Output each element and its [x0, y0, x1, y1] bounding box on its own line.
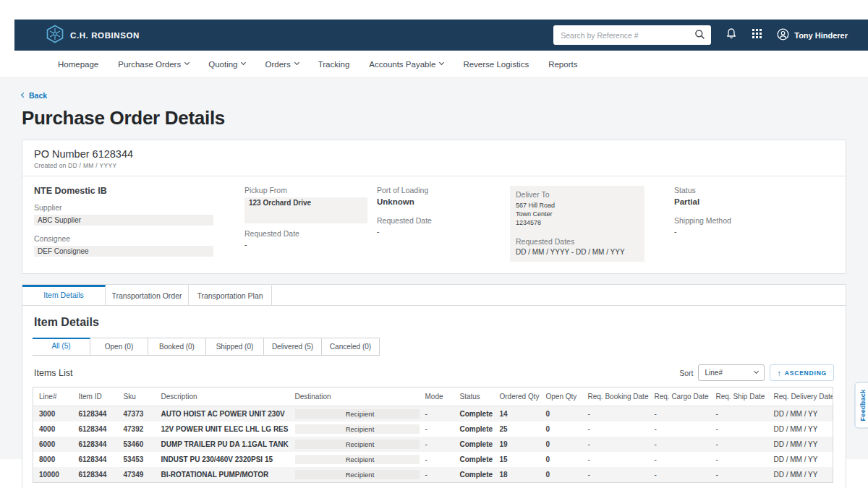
- search-icon[interactable]: [694, 29, 705, 43]
- shipping-method-value: -: [674, 228, 834, 236]
- cell-req-delivery-date: DD / MM / YY: [768, 452, 833, 467]
- po-parties-column: NTE Domestic IB Supplier ABC Supplier Co…: [34, 186, 244, 262]
- column-header[interactable]: Description: [156, 388, 289, 406]
- cell-req-cargo-date: -: [649, 437, 710, 452]
- status-filter-label: All (5): [51, 342, 70, 350]
- page-title: Purchase Order Details: [22, 107, 846, 129]
- column-header[interactable]: Line#: [33, 388, 73, 406]
- status-filter-label: Open (0): [105, 343, 133, 351]
- tab[interactable]: Transportation Plan: [189, 285, 272, 305]
- brand-name: C.H. ROBINSON: [70, 31, 140, 40]
- deliver-to-label: Deliver To: [516, 190, 639, 199]
- back-label: Back: [29, 91, 47, 100]
- app-grid-icon[interactable]: [752, 28, 762, 42]
- column-header[interactable]: Req. Cargo Date: [649, 388, 710, 406]
- status-filter-tab[interactable]: Canceled (0): [322, 338, 380, 356]
- search-input[interactable]: [553, 25, 711, 45]
- cell-sku: 53453: [118, 452, 156, 467]
- cell-destination: Recipient: [289, 406, 420, 422]
- menu-item[interactable]: Tracking: [318, 60, 350, 69]
- status-label: Status: [674, 186, 834, 194]
- pickup-from-label: Pickup From: [244, 186, 377, 194]
- feedback-tab[interactable]: Feedback: [855, 382, 868, 429]
- tab[interactable]: Item Details: [22, 285, 106, 305]
- requested-dates-value: DD / MM / YYYY - DD / MM / YYY: [516, 248, 639, 256]
- cell-sku: 47349: [118, 467, 156, 483]
- menu-item-label: Accounts Payable: [369, 60, 435, 69]
- port-of-loading-value: Unknown: [377, 197, 510, 206]
- column-header[interactable]: Req. Ship Date: [710, 388, 768, 406]
- column-header[interactable]: Mode: [420, 388, 454, 406]
- menu-item[interactable]: Reports: [548, 60, 577, 69]
- status-filter-tab[interactable]: All (5): [33, 338, 90, 356]
- chr-hexagon-logo-icon: [46, 25, 64, 46]
- menu-item[interactable]: Orders: [265, 60, 298, 69]
- cell-ordered-qty: 14: [494, 406, 540, 422]
- column-header[interactable]: Open Qty: [540, 388, 582, 406]
- brand-logo[interactable]: C.H. ROBINSON: [46, 25, 140, 46]
- cell-status: Complete: [454, 467, 494, 483]
- menu-item[interactable]: Quoting: [208, 60, 245, 69]
- tab[interactable]: Transportation Order: [106, 285, 189, 305]
- port-of-loading-column: Port of Loading Unknown Requested Date -: [377, 186, 510, 262]
- cell-description: AUTO HOIST AC POWER UNIT 230V: [156, 406, 289, 422]
- menu-item[interactable]: Purchase Orders: [118, 60, 189, 69]
- cell-item-id: 6128344: [73, 437, 118, 452]
- cell-req-booking-date: -: [582, 421, 649, 437]
- column-header[interactable]: Status: [454, 388, 494, 406]
- status-badge: Partial: [674, 197, 834, 206]
- notifications-bell-icon[interactable]: [726, 27, 737, 43]
- po-summary-card: PO Number 6128344 Created on DD / MM / Y…: [22, 140, 846, 274]
- menu-item-label: Orders: [265, 60, 290, 69]
- status-filter-tab[interactable]: Delivered (5): [264, 338, 322, 356]
- cell-req-delivery-date: DD / MM / YY: [768, 421, 833, 437]
- cell-description: INDUST PU 230/460V 2320PSI 15: [156, 452, 289, 467]
- table-row[interactable]: 6000 6128344 53460 DUMP TRAILER PU DA 1.…: [33, 437, 833, 452]
- consignee-value: DEF Consignee: [34, 246, 213, 257]
- cell-sku: 47392: [118, 421, 156, 437]
- sort-direction-button[interactable]: ↑ ASCENDING: [770, 364, 834, 381]
- user-name: Tony Hinderer: [794, 31, 848, 40]
- cell-req-cargo-date: -: [649, 452, 710, 467]
- cell-line: 3000: [33, 406, 73, 422]
- column-header[interactable]: Req. Delivery Date: [768, 388, 833, 406]
- deliver-to-column: Deliver To 567 Hill Road Town Center 123…: [510, 186, 658, 262]
- status-filter-tab[interactable]: Open (0): [90, 338, 148, 356]
- arrow-up-icon: ↑: [777, 369, 781, 377]
- cell-req-delivery-date: DD / MM / YY: [768, 437, 833, 452]
- cell-status: Complete: [454, 421, 494, 437]
- cell-open-qty: 0: [540, 452, 582, 467]
- cell-mode: -: [420, 406, 454, 422]
- cell-description: 12V POWER UNIT ELEC LHL LG RES: [156, 421, 289, 437]
- cell-description: DUMP TRAILER PU DA 1.1GAL TANK: [156, 437, 289, 452]
- table-row[interactable]: 3000 6128344 47373 AUTO HOIST AC POWER U…: [33, 406, 833, 422]
- pickup-from-value: 123 Orchard Drive: [244, 197, 367, 223]
- table-row[interactable]: 8000 6128344 53453 INDUST PU 230/460V 23…: [33, 452, 833, 467]
- back-link[interactable]: Back: [22, 91, 47, 100]
- menu-item[interactable]: Accounts Payable: [369, 60, 443, 69]
- cell-req-ship-date: -: [710, 437, 768, 452]
- column-header[interactable]: Req. Booking Date: [582, 388, 649, 406]
- menu-item[interactable]: Reverse Logistics: [463, 60, 529, 69]
- cell-req-cargo-date: -: [649, 467, 710, 483]
- items-list-title: Items List: [34, 368, 73, 378]
- column-header[interactable]: Item ID: [73, 388, 118, 406]
- sort-select[interactable]: Line#: [698, 364, 765, 381]
- cell-req-ship-date: -: [710, 467, 768, 483]
- sort-selected-value: Line#: [705, 369, 722, 377]
- table-row[interactable]: 10000 6128344 47349 BI-ROTATIONAL PUMP/M…: [33, 467, 833, 483]
- main-menu: Homepage Purchase Orders Quoting Orders …: [0, 51, 868, 78]
- cell-status: Complete: [454, 406, 494, 422]
- column-header[interactable]: Ordered Qty: [494, 388, 540, 406]
- menu-item[interactable]: Homepage: [58, 60, 98, 69]
- status-filter-tab[interactable]: Booked (0): [148, 338, 206, 356]
- status-filter-tab[interactable]: Shipped (0): [206, 338, 264, 356]
- cell-ordered-qty: 18: [494, 467, 540, 483]
- user-menu[interactable]: Tony Hinderer: [777, 28, 848, 42]
- menu-item-label: Homepage: [58, 60, 98, 69]
- column-header[interactable]: Sku: [118, 388, 156, 406]
- column-header[interactable]: Destination: [289, 388, 420, 406]
- table-row[interactable]: 4000 6128344 47392 12V POWER UNIT ELEC L…: [33, 421, 833, 437]
- cell-req-cargo-date: -: [649, 406, 710, 422]
- tab-bar: Item Details Transportation Order Transp…: [22, 285, 846, 306]
